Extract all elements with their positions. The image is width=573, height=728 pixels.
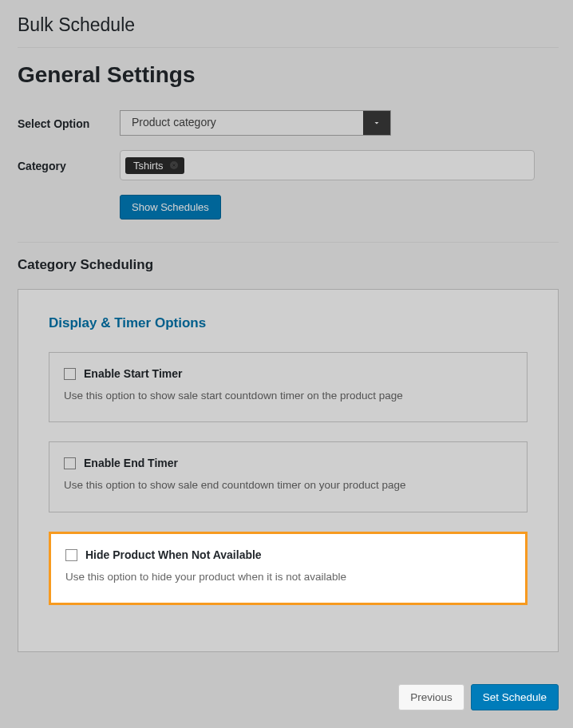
category-row: Category Tshirts <box>18 150 559 180</box>
enable-start-timer-card: Enable Start Timer Use this option to sh… <box>49 352 528 422</box>
select-option-row: Select Option Product category <box>18 110 559 136</box>
enable-start-timer-checkbox[interactable] <box>64 368 76 380</box>
category-scheduling-heading: Category Scheduling <box>18 257 559 273</box>
category-label: Category <box>18 158 120 172</box>
category-tag-label: Tshirts <box>133 160 164 172</box>
divider <box>18 242 559 243</box>
select-option-value: Product category <box>121 111 363 135</box>
select-option-label: Select Option <box>18 116 120 130</box>
select-option-dropdown[interactable]: Product category <box>120 110 391 136</box>
hide-product-checkbox[interactable] <box>65 549 77 561</box>
close-icon[interactable] <box>168 160 180 171</box>
enable-start-timer-desc: Use this option to show sale start count… <box>64 388 512 404</box>
page-title: Bulk Schedule <box>18 14 559 36</box>
enable-start-timer-label: Enable Start Timer <box>84 367 182 380</box>
display-timer-panel: Display & Timer Options Enable Start Tim… <box>18 289 559 652</box>
show-schedules-button[interactable]: Show Schedules <box>120 195 221 220</box>
general-settings-heading: General Settings <box>18 62 559 88</box>
hide-product-desc: Use this option to hide your product whe… <box>65 569 511 585</box>
footer-buttons: Previous Set Schedule <box>398 684 559 710</box>
enable-end-timer-label: Enable End Timer <box>84 457 178 469</box>
divider <box>18 47 559 48</box>
enable-end-timer-desc: Use this option to show sale end countdo… <box>64 477 512 493</box>
set-schedule-button[interactable]: Set Schedule <box>471 684 559 710</box>
panel-title: Display & Timer Options <box>49 315 528 331</box>
category-tag[interactable]: Tshirts <box>125 157 184 174</box>
category-input[interactable]: Tshirts <box>120 150 535 180</box>
enable-end-timer-card: Enable End Timer Use this option to show… <box>49 441 528 512</box>
previous-button[interactable]: Previous <box>398 684 464 710</box>
chevron-down-icon <box>363 111 390 135</box>
enable-end-timer-checkbox[interactable] <box>64 457 76 469</box>
hide-product-label: Hide Product When Not Available <box>85 548 262 561</box>
hide-product-card: Hide Product When Not Available Use this… <box>49 532 528 605</box>
